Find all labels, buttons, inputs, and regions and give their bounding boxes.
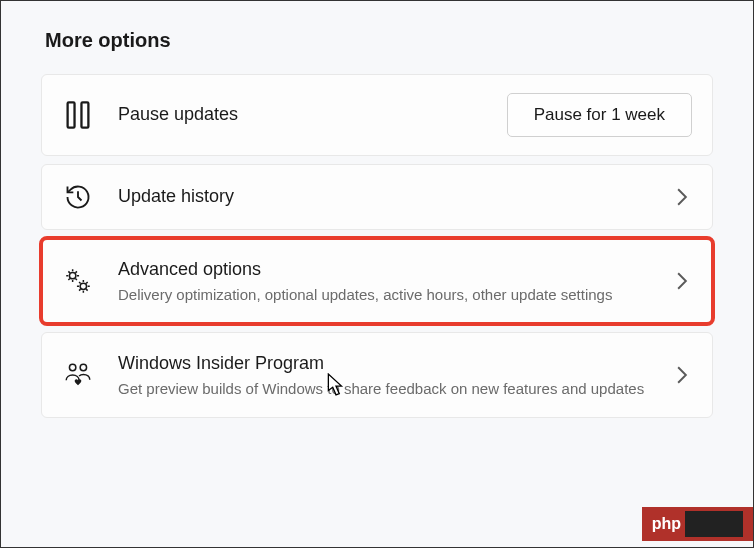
insider-program-card[interactable]: Windows Insider Program Get preview buil… [41, 332, 713, 418]
chevron-right-icon [676, 272, 692, 290]
svg-point-2 [69, 273, 75, 279]
pause-icon [62, 100, 94, 130]
card-content: Update history [118, 184, 652, 209]
pause-for-week-button[interactable]: Pause for 1 week [507, 93, 692, 137]
more-options-section: More options Pause updates Pause for 1 w… [1, 1, 753, 418]
card-title: Advanced options [118, 257, 652, 282]
svg-rect-1 [81, 102, 88, 127]
section-title: More options [45, 29, 713, 52]
chevron-right-icon [676, 188, 692, 206]
card-content: Windows Insider Program Get preview buil… [118, 351, 652, 399]
php-watermark: php [642, 507, 753, 541]
svg-point-3 [80, 283, 86, 289]
card-content: Pause updates [118, 102, 483, 127]
svg-rect-0 [68, 102, 75, 127]
people-heart-icon [62, 361, 94, 389]
card-subtitle: Get preview builds of Windows to share f… [118, 378, 652, 399]
card-title: Pause updates [118, 102, 483, 127]
svg-point-5 [80, 365, 86, 371]
card-content: Advanced options Delivery optimization, … [118, 257, 652, 305]
card-title: Update history [118, 184, 652, 209]
gears-icon [62, 266, 94, 296]
history-icon [62, 183, 94, 211]
card-action: Pause for 1 week [507, 93, 692, 137]
watermark-label: php [652, 515, 681, 533]
svg-point-4 [69, 365, 75, 371]
advanced-options-card[interactable]: Advanced options Delivery optimization, … [41, 238, 713, 324]
chevron-right-icon [676, 366, 692, 384]
card-subtitle: Delivery optimization, optional updates,… [118, 284, 652, 305]
update-history-card[interactable]: Update history [41, 164, 713, 230]
card-title: Windows Insider Program [118, 351, 652, 376]
pause-updates-card[interactable]: Pause updates Pause for 1 week [41, 74, 713, 156]
